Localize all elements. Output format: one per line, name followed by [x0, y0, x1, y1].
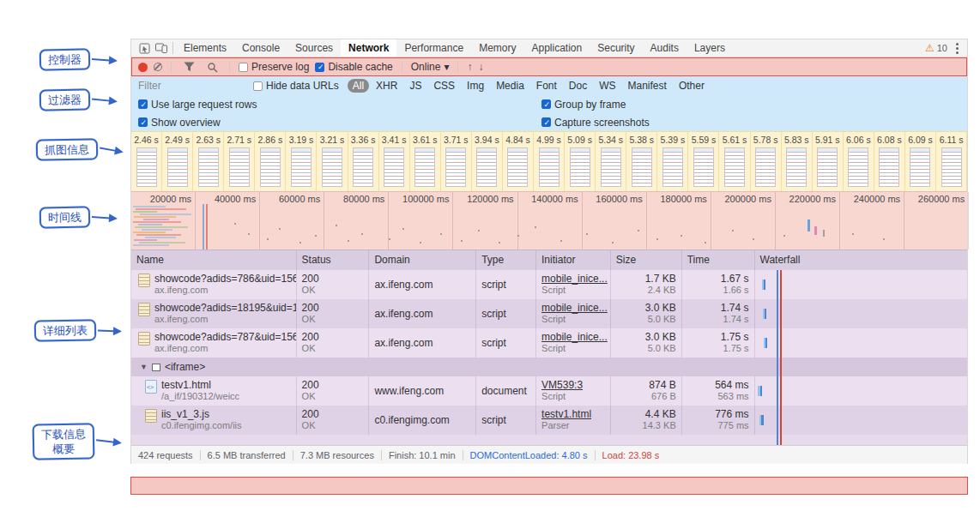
annotation-capture: 抓图信息	[36, 139, 124, 160]
filter-type-pill[interactable]: Manifest	[623, 79, 672, 93]
column-header[interactable]: Initiator	[536, 250, 611, 270]
record-button[interactable]	[138, 63, 148, 72]
filmstrip-frame[interactable]: 2.49 s	[162, 132, 193, 191]
filmstrip-frame[interactable]: 2.63 s	[193, 132, 224, 191]
devtools-tab[interactable]: Console	[234, 39, 287, 57]
table-row[interactable]: showcode?adids=786&uid=1565... ax.ifeng.…	[131, 270, 967, 299]
column-header[interactable]: Type	[476, 250, 536, 270]
filmstrip-frame[interactable]: 6.08 s	[874, 132, 905, 191]
frame-group-row[interactable]: ▼ <iframe>	[131, 358, 967, 376]
filmstrip-frame[interactable]: 2.46 s	[131, 132, 162, 191]
devtools-tab[interactable]: Audits	[643, 39, 687, 57]
filter-type-pill[interactable]: XHR	[371, 79, 402, 93]
filmstrip-frame[interactable]: 6.11 s	[936, 132, 967, 191]
devtools-tab[interactable]: Memory	[471, 39, 523, 57]
devtools-tab[interactable]: Network	[341, 39, 396, 57]
filmstrip-frame[interactable]: 3.19 s	[286, 132, 317, 191]
device-toolbar-icon[interactable]	[153, 41, 170, 55]
filmstrip-frame[interactable]: 5.83 s	[782, 132, 813, 191]
filmstrip-frame[interactable]: 4.99 s	[534, 132, 565, 191]
devtools-tab[interactable]: Performance	[396, 39, 471, 57]
filmstrip-frame[interactable]: 3.71 s	[441, 132, 472, 191]
disable-cache-checkbox[interactable]: Disable cache	[315, 61, 392, 73]
table-row[interactable]: iis_v1_3.js c0.ifengimg.com/iis 200OK c0…	[131, 406, 967, 435]
filmstrip-frame[interactable]: 5.38 s	[626, 132, 657, 191]
filmstrip-frame[interactable]: 6.06 s	[844, 132, 874, 191]
preserve-log-checkbox[interactable]: Preserve log	[239, 61, 309, 73]
hide-data-urls-checkbox[interactable]: Hide data URLs	[253, 80, 339, 92]
more-options-icon[interactable]	[954, 41, 960, 56]
table-row[interactable]: testv1.html /a_if/190312/weicc 200OK www…	[131, 376, 967, 406]
clear-button[interactable]	[154, 63, 162, 71]
column-header[interactable]: Domain	[369, 250, 476, 270]
filter-type-pill[interactable]: Doc	[564, 79, 592, 93]
filmstrip-frame[interactable]: 5.09 s	[565, 132, 596, 191]
export-har-icon[interactable]: ↓	[478, 62, 483, 72]
filter-type-pill[interactable]: CSS	[428, 79, 460, 93]
latency-time: 1.75 s	[687, 343, 749, 354]
filter-input[interactable]	[138, 80, 248, 92]
filmstrip-frame[interactable]: 5.91 s	[813, 132, 844, 191]
filter-type-pill[interactable]: Font	[531, 79, 562, 93]
filmstrip-frame[interactable]: 4.84 s	[503, 132, 534, 191]
column-header[interactable]: Size	[611, 250, 682, 270]
table-row[interactable]: showcode?adids=18195&uid=15... ax.ifeng.…	[131, 299, 967, 328]
column-header[interactable]: Time	[682, 250, 755, 270]
request-name: showcode?adids=787&uid=1565...	[154, 331, 297, 343]
import-har-icon[interactable]: ↑	[467, 62, 472, 72]
warning-badge[interactable]: ⚠ 10	[925, 43, 947, 53]
column-header[interactable]: Name	[131, 250, 297, 270]
group-by-frame-checkbox[interactable]: Group by frame	[541, 99, 626, 111]
column-header[interactable]: Status	[297, 250, 370, 270]
devtools-tab[interactable]: Security	[590, 39, 642, 57]
transfer-size: 874 B	[616, 379, 676, 391]
filter-toggle-icon[interactable]	[180, 60, 197, 74]
filmstrip-frame[interactable]: 3.36 s	[348, 132, 379, 191]
filmstrip-frame[interactable]: 2.71 s	[224, 132, 255, 191]
filmstrip-frame[interactable]: 2.86 s	[255, 132, 286, 191]
status-text: OK	[302, 391, 364, 402]
filmstrip-frame[interactable]: 3.61 s	[410, 132, 441, 191]
inspect-element-icon[interactable]	[136, 41, 153, 55]
filmstrip-frame[interactable]: 6.09 s	[905, 132, 936, 191]
filter-type-pill[interactable]: WS	[594, 79, 620, 93]
filter-type-pill[interactable]: Media	[491, 79, 529, 93]
devtools-tab[interactable]: Sources	[287, 39, 341, 57]
throttling-dropdown[interactable]: Online ▾	[411, 61, 450, 73]
initiator-link[interactable]: mobile_inice...	[541, 302, 605, 314]
devtools-tab[interactable]: Elements	[176, 39, 234, 57]
filter-type-pill[interactable]: JS	[404, 79, 426, 93]
devtools-tab[interactable]: Layers	[687, 39, 733, 57]
network-toolbar: Preserve log Disable cache Online ▾ ↑ ↓	[131, 57, 967, 76]
frame-thumbnail	[260, 147, 281, 187]
checkbox-checked-icon	[315, 63, 324, 72]
use-large-request-rows-checkbox[interactable]: Use large request rows	[138, 99, 257, 111]
request-name: iis_v1_3.js	[161, 408, 242, 420]
devtools-tab[interactable]: Application	[523, 39, 590, 57]
show-overview-checkbox[interactable]: Show overview	[138, 117, 221, 129]
network-overview[interactable]: 20000 ms40000 ms60000 ms80000 ms100000 m…	[131, 191, 967, 249]
filmstrip-frame[interactable]: 3.41 s	[379, 132, 410, 191]
filmstrip-frame[interactable]: 5.34 s	[596, 132, 626, 191]
filmstrip-frame[interactable]: 5.39 s	[657, 132, 688, 191]
filmstrip-frame[interactable]: 5.78 s	[751, 132, 782, 191]
column-header[interactable]: Waterfall	[755, 250, 967, 270]
frame-timestamp: 2.71 s	[224, 135, 254, 145]
table-row[interactable]: showcode?adids=787&uid=1565... ax.ifeng.…	[131, 328, 967, 358]
annotation-timeline-label: 时间线	[39, 206, 90, 228]
filmstrip-frame[interactable]: 3.21 s	[317, 132, 348, 191]
search-icon[interactable]	[203, 60, 221, 74]
filmstrip-frame[interactable]: 3.94 s	[472, 132, 503, 191]
initiator-link[interactable]: VM539:3	[541, 379, 605, 391]
filmstrip-frame[interactable]: 5.59 s	[688, 132, 719, 191]
initiator-link[interactable]: testv1.html	[541, 408, 605, 420]
filmstrip-frame[interactable]: 5.61 s	[719, 132, 750, 191]
filter-type-pill[interactable]: All	[348, 79, 369, 93]
initiator-link[interactable]: mobile_inice...	[541, 273, 605, 285]
capture-screenshots-checkbox[interactable]: Capture screenshots	[541, 117, 650, 129]
resource-size: 5.0 KB	[616, 314, 676, 325]
filter-type-pill[interactable]: Img	[462, 79, 489, 93]
collapse-triangle-icon[interactable]: ▼	[140, 363, 148, 371]
initiator-link[interactable]: mobile_inice...	[541, 331, 605, 343]
filter-type-pill[interactable]: Other	[674, 79, 710, 93]
